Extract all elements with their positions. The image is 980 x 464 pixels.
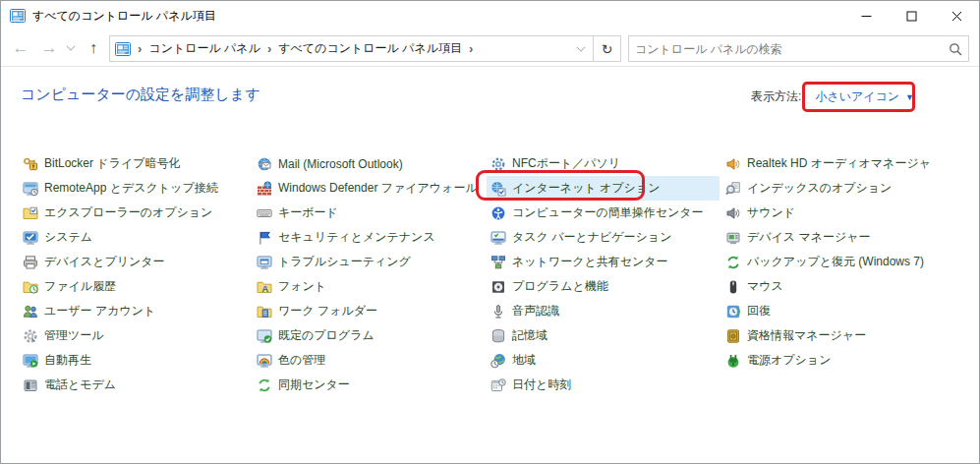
- control-panel-item[interactable]: インデックスのオプション: [721, 176, 975, 201]
- control-panel-item-label: インターネット オプション: [512, 180, 660, 197]
- control-panel-item[interactable]: エクスプローラーのオプション: [19, 201, 252, 225]
- title-bar: すべてのコントロール パネル項目: [1, 1, 979, 30]
- control-panel-item[interactable]: システム: [19, 225, 252, 250]
- calendar-clock-icon: [490, 377, 506, 393]
- control-panel-item[interactable]: デバイス マネージャー: [721, 225, 975, 250]
- search-icon[interactable]: [943, 42, 968, 56]
- phone-icon: [23, 377, 38, 393]
- control-panel-item[interactable]: 電源オプション: [721, 348, 975, 373]
- two-users-icon: [23, 304, 38, 319]
- page-title: コンピューターの設定を調整します: [21, 86, 260, 104]
- items-column-4: Realtek HD オーディオマネージャインデックスのオプションサウンドデバイ…: [721, 151, 975, 373]
- control-panel-item[interactable]: 色の管理: [253, 348, 486, 373]
- forward-icon[interactable]: →: [36, 30, 62, 66]
- control-panel-item[interactable]: 地域: [487, 348, 720, 373]
- breadcrumb-all-items[interactable]: すべてのコントロール パネル項目: [278, 40, 462, 57]
- control-panel-item[interactable]: マウス: [721, 274, 975, 299]
- view-by-dropdown[interactable]: 小さいアイコン: [815, 88, 899, 105]
- mouse-icon: [725, 279, 741, 295]
- control-panel-item[interactable]: 管理ツール: [19, 323, 252, 348]
- control-panel-item[interactable]: セキュリティとメンテナンス: [253, 225, 486, 250]
- blue-flag-icon: [257, 230, 272, 246]
- address-bar[interactable]: › コントロール パネル › すべてのコントロール パネル項目 › ↻: [109, 35, 621, 62]
- minimize-button[interactable]: [843, 1, 889, 30]
- globe-clock-icon: [490, 353, 506, 369]
- control-panel-item-label: セキュリティとメンテナンス: [278, 229, 435, 246]
- control-panel-item[interactable]: NFCポート／パソリ: [487, 151, 720, 176]
- control-panel-item-label: インデックスのオプション: [747, 180, 892, 197]
- control-panel-item-label: バックアップと復元 (Windows 7): [747, 254, 924, 270]
- control-panel-item[interactable]: 自動再生: [19, 348, 252, 373]
- speaker-orange-icon: [725, 156, 741, 172]
- control-panel-item[interactable]: バックアップと復元 (Windows 7): [721, 250, 975, 274]
- control-panel-item[interactable]: Realtek HD オーディオマネージャ: [721, 151, 975, 176]
- control-panel-item[interactable]: コンピューターの簡単操作センター: [487, 201, 720, 225]
- control-panel-item[interactable]: プログラムと機能: [487, 274, 720, 299]
- control-panel-item[interactable]: デバイスとプリンター: [19, 250, 252, 274]
- control-panel-item[interactable]: 音声認識: [487, 299, 720, 323]
- control-panel-item[interactable]: BitLocker ドライブ暗号化: [19, 151, 252, 176]
- control-panel-item[interactable]: ワーク フォルダー: [253, 299, 486, 323]
- control-panel-item-label: 既定のプログラム: [278, 327, 375, 344]
- sync-arrows-icon: [257, 377, 272, 393]
- control-panel-item-label: ネットワークと共有センター: [512, 254, 668, 270]
- search-input[interactable]: [629, 42, 943, 56]
- control-panel-item[interactable]: Mail (Microsoft Outlook): [253, 151, 486, 176]
- control-panel-item[interactable]: ネットワークと共有センター: [487, 250, 720, 274]
- breadcrumb-control-panel[interactable]: コントロール パネル: [148, 40, 260, 57]
- control-panel-item[interactable]: 資格情報マネージャー: [721, 323, 975, 348]
- control-panel-item[interactable]: 同期センター: [253, 373, 486, 397]
- control-panel-icon: [10, 8, 26, 24]
- control-panel-item[interactable]: 記憶域: [487, 323, 720, 348]
- control-panel-item[interactable]: ユーザー アカウント: [19, 299, 252, 323]
- items-column-3: NFCポート／パソリインターネット オプションコンピューターの簡単操作センタータ…: [487, 151, 720, 397]
- maximize-button[interactable]: [889, 1, 934, 30]
- speaker-gray-icon: [725, 205, 741, 221]
- page-header: コンピューターの設定を調整します 表示方法: 小さいアイコン ▼: [1, 68, 979, 113]
- control-panel-item-label: エクスプローラーのオプション: [44, 204, 212, 221]
- items-column-2: Mail (Microsoft Outlook)Windows Defender…: [253, 151, 486, 397]
- recent-locations-chevron-icon[interactable]: [62, 30, 80, 66]
- window-title: すべてのコントロール パネル項目: [32, 8, 216, 25]
- control-panel-item-label: ユーザー アカウント: [44, 303, 155, 319]
- control-panel-item-label: 電話とモデム: [44, 377, 116, 393]
- breadcrumb-separator-icon: ›: [462, 41, 480, 56]
- control-panel-item-label: 同期センター: [278, 377, 350, 393]
- address-dropdown-chevron-icon[interactable]: [569, 47, 593, 51]
- control-panel-item[interactable]: Aフォント: [253, 274, 486, 299]
- svg-text:A: A: [261, 282, 268, 293]
- control-panel-item[interactable]: サウンド: [721, 201, 975, 225]
- control-panel-item-label: 自動再生: [44, 352, 91, 369]
- up-icon[interactable]: ↑: [82, 30, 105, 66]
- close-button[interactable]: [934, 1, 979, 30]
- chevron-down-icon[interactable]: ▼: [905, 92, 914, 102]
- control-panel-item-label: 回復: [747, 303, 771, 319]
- control-panel-item[interactable]: 既定のプログラム: [253, 323, 486, 348]
- control-panel-item[interactable]: RemoteApp とデスクトップ接続: [19, 176, 252, 201]
- folder-fonts-icon: A: [257, 279, 272, 295]
- items-column-1: BitLocker ドライブ暗号化RemoteApp とデスクトップ接続エクスプ…: [19, 151, 252, 397]
- control-panel-item-label: 電源オプション: [747, 352, 831, 369]
- breadcrumb-separator-icon: ›: [260, 41, 278, 56]
- control-panel-item-label: デバイス マネージャー: [747, 229, 871, 246]
- control-panel-item[interactable]: トラブルシューティング: [253, 250, 486, 274]
- control-panel-item[interactable]: キーボード: [253, 201, 486, 225]
- control-panel-item[interactable]: 日付と時刻: [487, 373, 720, 397]
- control-panel-item-label: システム: [44, 229, 92, 246]
- control-panel-item-label: ファイル履歴: [44, 278, 116, 295]
- globe-check-page-icon: [490, 181, 506, 197]
- control-panel-item[interactable]: タスク バーとナビゲーション: [487, 225, 720, 250]
- back-icon[interactable]: ←: [7, 30, 34, 66]
- folder-check-page-icon: [23, 205, 38, 221]
- control-panel-item-label: トラブルシューティング: [278, 254, 411, 270]
- monitor-green-check-icon: [257, 328, 272, 344]
- control-panel-item[interactable]: ファイル履歴: [19, 274, 252, 299]
- refresh-icon[interactable]: ↻: [593, 36, 620, 61]
- items-grid: BitLocker ドライブ暗号化RemoteApp とデスクトップ接続エクスプ…: [1, 151, 979, 463]
- control-panel-item[interactable]: 回復: [721, 299, 975, 323]
- control-panel-item-label: 音声認識: [512, 303, 559, 319]
- control-panel-item[interactable]: インターネット オプション: [487, 176, 720, 201]
- control-panel-item[interactable]: 電話とモデム: [19, 373, 252, 397]
- ease-of-access-icon: [490, 205, 506, 221]
- control-panel-item[interactable]: Windows Defender ファイアウォール: [253, 176, 486, 201]
